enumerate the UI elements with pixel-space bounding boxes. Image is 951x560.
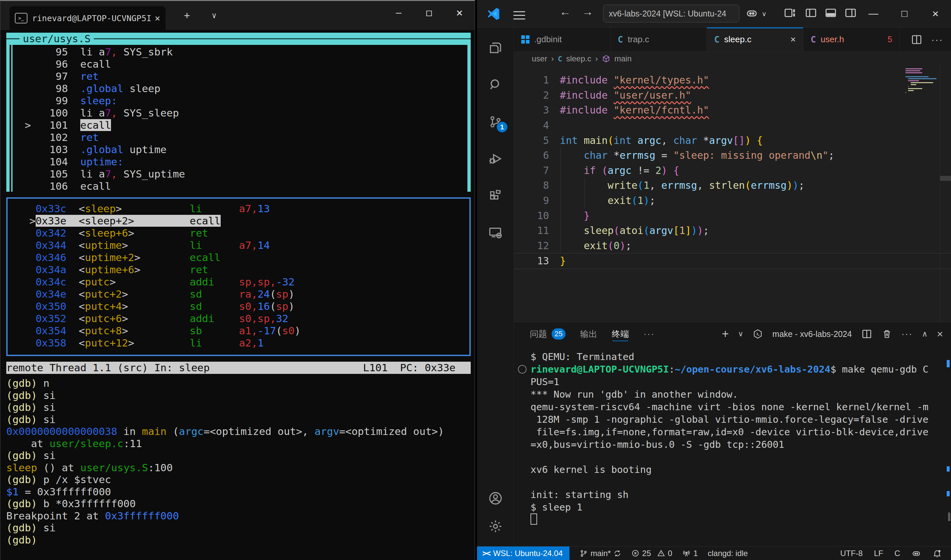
split-editor-icon[interactable] [911, 34, 923, 46]
source-file-name: user/usys.S [20, 33, 94, 45]
panel-tab-terminal[interactable]: 终端 [612, 322, 629, 346]
tab-user-h[interactable]: C user.h 5 [803, 28, 900, 51]
encoding-indicator[interactable]: UTF-8 [840, 549, 863, 558]
tab-dropdown-icon[interactable]: ∨ [212, 11, 216, 20]
minimize-button[interactable]: — [383, 1, 414, 24]
asm-line: 0x344 <uptime> li a7,14 [11, 239, 301, 251]
breadcrumb-file[interactable]: sleep.c [566, 54, 591, 63]
line-number: 11 [514, 225, 560, 236]
terminal-tab[interactable]: >_ rinevard@LAPTOP-UCVNGP5I: × [9, 6, 165, 30]
copilot-icon[interactable] [745, 6, 758, 20]
terminal-scroll-mark [947, 360, 950, 367]
settings-gear-icon[interactable] [477, 510, 514, 543]
ports-count: 1 [693, 549, 698, 558]
language-indicator[interactable]: C [894, 549, 900, 558]
gdb-source-panel: 95 li a7, SYS_sbrk 96 ecall 97 ret 98 .g… [6, 46, 185, 192]
new-terminal-icon[interactable]: + [722, 327, 729, 341]
remote-indicator[interactable]: >< WSL: Ubuntu-24.04 [477, 546, 570, 560]
new-tab-button[interactable]: + [184, 9, 190, 21]
code-line[interactable]: 4 [514, 118, 951, 133]
panel-tab-problems[interactable]: 问题 25 [530, 322, 565, 346]
clangd-status[interactable]: clangd: idle [707, 549, 747, 558]
code-line[interactable]: 8 write(1, errmsg, strlen(errmsg)); [514, 178, 951, 193]
minimap[interactable] [905, 68, 939, 94]
eol-indicator[interactable]: LF [874, 549, 883, 558]
editor-actions-more-icon[interactable]: ··· [931, 34, 943, 45]
copilot-status-icon[interactable] [911, 548, 921, 558]
terminal-list-item[interactable]: make - xv6-labs-2024 [772, 329, 852, 339]
tab-close-icon[interactable]: × [154, 13, 160, 24]
editor-scrollbar-thumb[interactable] [940, 176, 951, 181]
panel-tab-output[interactable]: 输出 [580, 322, 597, 346]
tab-trap-c[interactable]: C trap.c [610, 28, 707, 51]
sidebar-item-search[interactable] [477, 68, 514, 101]
close-panel-icon[interactable]: × [937, 328, 943, 340]
code-line[interactable]: 13} [514, 253, 951, 269]
code-line[interactable]: 11 sleep(atoi(argv[1])); [514, 223, 951, 238]
code-line[interactable]: 10 } [514, 208, 951, 223]
tab-sleep-c[interactable]: C sleep.c × [707, 28, 803, 51]
branch-indicator[interactable]: main* [579, 549, 621, 558]
minimize-button[interactable]: — [858, 0, 889, 27]
minimap-line [908, 78, 937, 79]
breadcrumb-folder[interactable]: user [532, 54, 547, 63]
maximize-panel-icon[interactable]: ∧ [922, 329, 928, 338]
notifications-bell-icon[interactable] [932, 549, 942, 558]
toggle-panel-icon[interactable] [824, 6, 837, 19]
code-line[interactable]: 5int main(int argc, char *argv[]) { [514, 133, 951, 148]
code-line[interactable]: 6 char *errmsg = "sleep: missing operand… [514, 148, 951, 163]
toggle-secondary-sidebar-icon[interactable] [844, 6, 857, 19]
toggle-sidebar-icon[interactable] [805, 6, 817, 19]
sidebar-item-extensions[interactable] [477, 179, 514, 212]
gdb-cli-line: (gdb) si [6, 449, 444, 462]
tab-gdbinit[interactable]: .gdbinit [514, 28, 610, 51]
integrated-terminal[interactable]: $ QEMU: Terminatedrinevard@LAPTOP-UCVNGP… [531, 351, 929, 526]
panel-more-icon[interactable]: ··· [902, 329, 913, 339]
terminal-line: xv6 kernel is booting [531, 463, 929, 476]
source-line: 97 ret [6, 70, 185, 83]
sidebar-item-source-control[interactable]: 1 [477, 105, 514, 138]
forward-button[interactable]: → [582, 5, 593, 18]
line-number: 6 [514, 149, 560, 161]
back-button[interactable]: ← [560, 5, 571, 18]
code-line[interactable]: 1#include "kernel/types.h" [514, 72, 951, 88]
sidebar-item-explorer[interactable] [477, 31, 514, 65]
kill-terminal-icon[interactable] [882, 329, 892, 339]
terminal-scrollbar-thumb[interactable] [948, 512, 950, 521]
problems-badge: 25 [552, 328, 565, 340]
command-center-search[interactable]: xv6-labs-2024 [WSL: Ubuntu-24 [603, 5, 739, 22]
code-line[interactable]: 2#include "user/user.h" [514, 88, 951, 103]
panel-tabs-more-icon[interactable]: ··· [644, 329, 655, 339]
maximize-button[interactable]: □ [414, 1, 444, 24]
terminal-line: PUS=1 [531, 375, 929, 388]
menu-icon[interactable] [513, 9, 525, 22]
code-line[interactable]: 12 exit(0); [514, 238, 951, 254]
code-editor[interactable]: 1#include "kernel/types.h"2#include "use… [514, 66, 951, 322]
tab-close-icon[interactable]: × [790, 34, 796, 45]
gdb-command-area[interactable]: (gdb) n(gdb) si(gdb) si(gdb) si0x0000000… [6, 377, 444, 546]
source-line: 103 .global uptime [6, 143, 185, 156]
command-decoration-icon[interactable] [518, 365, 526, 374]
customize-layout-icon[interactable] [784, 6, 796, 19]
code-line[interactable]: 9 exit(1); [514, 193, 951, 208]
ports-indicator[interactable]: 1 [682, 549, 698, 558]
copilot-dropdown-icon[interactable]: ∨ [762, 10, 767, 18]
problems-indicator[interactable]: 25 0 [631, 549, 672, 558]
close-button[interactable]: × [920, 0, 951, 27]
sidebar-item-remote-explorer[interactable] [477, 216, 514, 249]
sidebar-item-run-debug[interactable] [477, 142, 514, 175]
maximize-button[interactable]: □ [889, 0, 920, 27]
tab-label: sleep.c [724, 34, 751, 45]
line-number: 8 [514, 180, 560, 191]
gdb-cli-line: (gdb) si [6, 389, 444, 402]
code-line[interactable]: 3#include "kernel/fcntl.h" [514, 103, 951, 118]
close-button[interactable]: × [444, 1, 475, 24]
breadcrumb-symbol[interactable]: main [614, 54, 631, 63]
code-line[interactable]: 7 if (argc != 2) { [514, 163, 951, 178]
terminal-dropdown-icon[interactable]: ∨ [738, 330, 743, 338]
terminal-line: *** Now run 'gdb' in another window. [531, 388, 929, 401]
breadcrumb[interactable]: user › C sleep.c › main [514, 52, 951, 66]
split-terminal-icon[interactable] [861, 328, 872, 340]
gdb-cli-line: Breakpoint 2 at 0x3ffffff000 [6, 510, 444, 522]
radio-tower-icon [682, 549, 691, 558]
